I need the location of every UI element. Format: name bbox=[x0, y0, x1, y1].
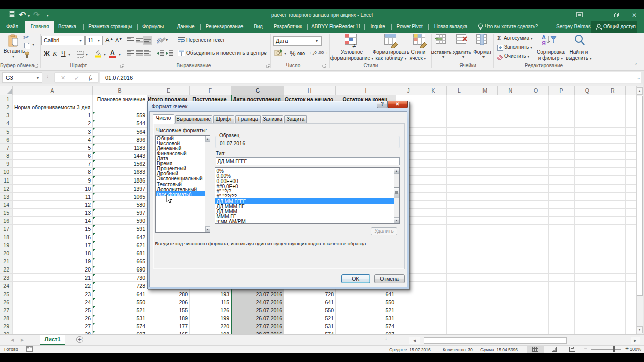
svg-text:А: А bbox=[542, 34, 546, 40]
svg-text:≠: ≠ bbox=[352, 42, 356, 48]
svg-text:Я: Я bbox=[542, 40, 546, 46]
